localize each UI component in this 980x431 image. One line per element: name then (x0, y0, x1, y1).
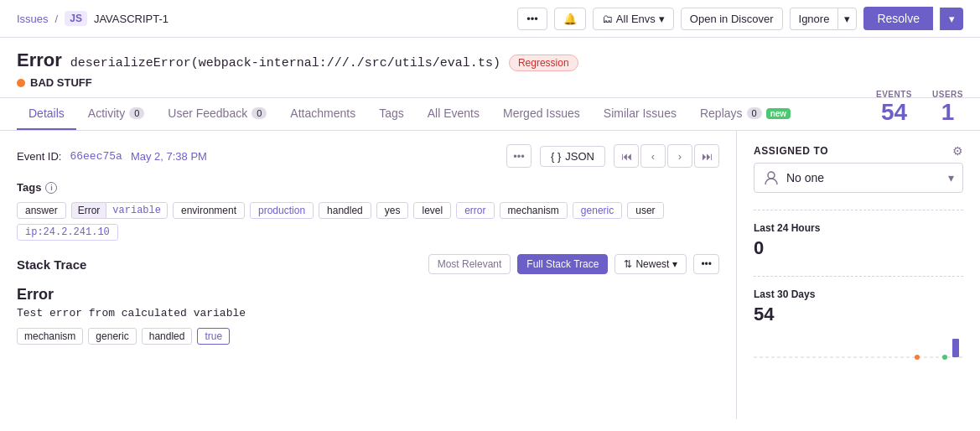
chevron-down-icon: ▾ (948, 171, 954, 184)
stack-more-btn[interactable]: ••• (693, 254, 719, 274)
error-desc: Test error from calculated variable (17, 307, 719, 319)
user-feedback-badge: 0 (251, 107, 267, 119)
ignore-button[interactable]: Ignore (790, 8, 838, 30)
tabs-bar: Details Activity 0 User Feedback 0 Attac… (0, 98, 980, 131)
event-id-label: Event ID: (17, 150, 61, 163)
chevron-sort-icon: ▾ (672, 258, 677, 270)
last-30d-value: 54 (754, 304, 963, 325)
tag-production[interactable]: production (250, 202, 314, 219)
more-button[interactable]: ••• (517, 8, 547, 30)
nav-first-button[interactable]: ⏮ (614, 144, 639, 168)
last-24h-label: Last 24 Hours (754, 222, 963, 234)
new-badge: new (766, 108, 791, 119)
tab-attachments[interactable]: Attachments (278, 98, 367, 130)
etag-true: true (197, 328, 230, 345)
nav-last-button[interactable]: ⏭ (694, 144, 719, 168)
sort-btn[interactable]: ⇅ Newest ▾ (614, 254, 687, 274)
events-label: EVENTS (876, 90, 912, 99)
tag-yes[interactable]: yes (376, 202, 409, 219)
tag-user[interactable]: user (627, 202, 663, 219)
most-relevant-btn[interactable]: Most Relevant (428, 254, 511, 274)
replays-badge: 0 (747, 107, 762, 119)
nav-prev-button[interactable]: ‹ (640, 144, 666, 168)
tag-error[interactable]: error (456, 202, 494, 219)
event-timestamp: May 2, 7:38 PM (131, 150, 207, 163)
tab-details[interactable]: Details (17, 98, 76, 130)
assigned-row[interactable]: No one ▾ (754, 163, 963, 193)
users-value: 1 (932, 99, 963, 126)
env-selector[interactable]: 🗂 All Envs ▾ (593, 8, 674, 30)
tab-tags[interactable]: Tags (367, 98, 416, 130)
bad-stuff-label: BAD STUFF (30, 76, 92, 89)
full-stack-trace-btn[interactable]: Full Stack Trace (517, 254, 608, 274)
activity-badge: 0 (129, 107, 144, 119)
gear-icon[interactable]: ⚙ (952, 144, 963, 158)
error-tags: mechanism generic handled true (17, 328, 719, 345)
assigned-section: Assigned To ⚙ No one ▾ (754, 144, 963, 193)
etag-generic: generic (88, 328, 136, 345)
assigned-name: No one (786, 171, 824, 184)
bell-icon: 🔔 (563, 13, 577, 25)
stack-trace-header: Stack Trace Most Relevant Full Stack Tra… (17, 254, 719, 274)
users-stat: USERS 1 (932, 90, 963, 126)
svg-point-2 (915, 355, 920, 360)
tags-section-title: Tags i (17, 181, 719, 194)
events-stat: EVENTS 54 (876, 90, 912, 126)
resolve-dropdown-button[interactable]: ▾ (940, 8, 963, 30)
open-discover-button[interactable]: Open in Discover (681, 8, 783, 30)
event-id-row: Event ID: 66eec75a May 2, 7:38 PM ••• { … (17, 144, 719, 168)
tags-info-icon[interactable]: i (45, 182, 57, 194)
person-icon (763, 169, 780, 186)
resolve-button[interactable]: Resolve (863, 7, 933, 30)
json-icon: { } (551, 150, 561, 163)
main-content: Event ID: 66eec75a May 2, 7:38 PM ••• { … (0, 131, 737, 419)
bell-button[interactable]: 🔔 (554, 8, 586, 30)
assigned-inner: No one (763, 169, 824, 186)
tab-replays[interactable]: Replays 0 new (688, 98, 802, 130)
main-layout: Event ID: 66eec75a May 2, 7:38 PM ••• { … (0, 131, 980, 419)
sidebar-divider-2 (754, 276, 963, 277)
stats-area: EVENTS 54 USERS 1 (876, 90, 963, 126)
top-bar: Issues / JS JAVASCRIPT-1 ••• 🔔 🗂 All Env… (0, 0, 980, 38)
assigned-header: Assigned To ⚙ (754, 144, 963, 158)
tab-all-events[interactable]: All Events (416, 98, 491, 130)
breadcrumb-sep: / (55, 13, 59, 25)
error-block: Error Test error from calculated variabl… (17, 286, 719, 345)
tag-environment[interactable]: environment (173, 202, 245, 219)
sidebar-divider-1 (754, 210, 963, 210)
error-header: Error deserializeError(webpack-internal:… (0, 38, 980, 98)
nav-next-button[interactable]: › (667, 144, 692, 168)
env-dot (17, 79, 25, 87)
tag-generic[interactable]: generic (573, 202, 622, 219)
js-badge: JS (65, 11, 87, 26)
tag-ip[interactable]: ip:24.2.241.10 (17, 224, 118, 241)
tab-user-feedback[interactable]: User Feedback 0 (156, 98, 278, 130)
last-30d-section: Last 30 Days 54 (754, 288, 963, 366)
users-label: USERS (932, 90, 963, 99)
assigned-title: Assigned To (754, 145, 828, 157)
nav-buttons: ⏮ ‹ › ⏭ (614, 144, 719, 168)
tag-error-variable[interactable]: Error variable (71, 202, 168, 219)
json-button[interactable]: { } JSON (540, 146, 605, 167)
tab-merged-issues[interactable]: Merged Issues (491, 98, 592, 130)
tab-activity[interactable]: Activity 0 (76, 98, 156, 130)
breadcrumb-issues[interactable]: Issues (17, 13, 49, 25)
event-id-value[interactable]: 66eec75a (70, 150, 122, 163)
error-message: deserializeError(webpack-internal:///./s… (70, 56, 500, 70)
tag-level[interactable]: level (413, 202, 451, 219)
more-event-btn[interactable]: ••• (506, 144, 531, 168)
last-30d-label: Last 30 Days (754, 288, 963, 300)
error-type: Error (17, 286, 719, 304)
svg-point-0 (768, 172, 775, 179)
sparkline-area (754, 332, 963, 366)
tag-mechanism[interactable]: mechanism (500, 202, 568, 219)
calendar-icon: 🗂 (602, 13, 613, 25)
ignore-dropdown-button[interactable]: ▾ (837, 8, 857, 30)
tag-handled[interactable]: handled (319, 202, 371, 219)
last-24h-value: 0 (754, 237, 963, 259)
tab-similar-issues[interactable]: Similar Issues (592, 98, 688, 130)
tag-answer[interactable]: answer (17, 202, 66, 219)
tags-container: answer Error variable environment produc… (17, 202, 719, 241)
events-value: 54 (876, 99, 912, 126)
etag-handled: handled (142, 328, 193, 345)
